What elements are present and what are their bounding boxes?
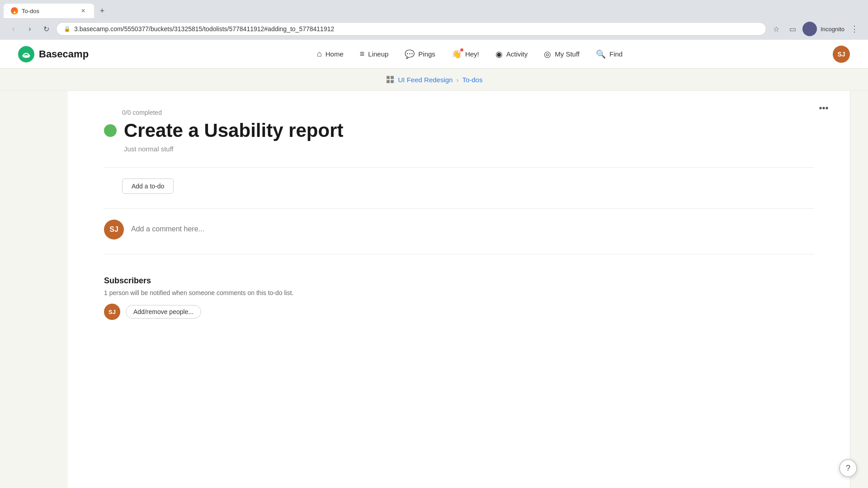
app-container: Basecamp ⌂ Home ≡ Lineup 💬 Pings 👋 bbox=[0, 40, 868, 488]
svg-rect-4 bbox=[387, 80, 390, 83]
basecamp-logo-icon bbox=[18, 46, 34, 62]
status-check-icon bbox=[107, 127, 114, 134]
project-grid-icon bbox=[386, 75, 395, 84]
subscriber-avatar: SJ bbox=[104, 304, 120, 320]
todo-list-title-row: Create a Usability report bbox=[104, 120, 814, 141]
breadcrumb-project-link[interactable]: UI Feed Redesign bbox=[398, 76, 453, 84]
profile-button[interactable] bbox=[802, 22, 817, 36]
incognito-label: Incognito bbox=[821, 26, 844, 33]
completed-count: 0/0 completed bbox=[122, 109, 814, 116]
subscribers-title: Subscribers bbox=[104, 276, 814, 286]
nav-item-find[interactable]: 🔍 Find bbox=[589, 46, 630, 63]
activity-icon: ◉ bbox=[495, 49, 503, 59]
subscribers-section: Subscribers 1 person will be notified wh… bbox=[104, 269, 814, 327]
right-sidebar bbox=[850, 91, 868, 488]
browser-chrome: 🔥 To-dos ✕ + ‹ › ↻ 🔒 3.basecamp.com/5550… bbox=[0, 0, 868, 40]
sidebar-button[interactable]: ▭ bbox=[786, 23, 799, 35]
mystuff-icon: ◎ bbox=[544, 49, 551, 59]
comment-area: SJ bbox=[104, 208, 814, 250]
lock-icon: 🔒 bbox=[64, 26, 71, 32]
nav-label-home: Home bbox=[326, 50, 344, 58]
main-content: ••• 0/0 completed Create a Usability rep… bbox=[68, 91, 850, 488]
page-wrapper: ••• 0/0 completed Create a Usability rep… bbox=[0, 91, 868, 488]
grid-icon bbox=[386, 75, 394, 84]
back-button[interactable]: ‹ bbox=[7, 23, 20, 35]
nav-items: ⌂ Home ≡ Lineup 💬 Pings 👋 Hey! bbox=[107, 46, 833, 63]
nav-label-pings: Pings bbox=[418, 50, 435, 58]
svg-point-1 bbox=[23, 55, 30, 58]
todo-list-header: 0/0 completed Create a Usability report … bbox=[104, 109, 814, 153]
breadcrumb-bar: UI Feed Redesign › To-dos bbox=[0, 69, 868, 91]
tab-favicon-icon: 🔥 bbox=[11, 7, 18, 14]
forward-button[interactable]: › bbox=[24, 23, 36, 35]
url-text: 3.basecamp.com/5550377/buckets/31325815/… bbox=[74, 25, 759, 33]
add-todo-button[interactable]: Add a to-do bbox=[122, 178, 174, 194]
more-options-icon: ••• bbox=[819, 103, 828, 113]
new-tab-button[interactable]: + bbox=[96, 5, 108, 17]
user-avatar[interactable]: SJ bbox=[833, 46, 850, 63]
logo[interactable]: Basecamp bbox=[18, 46, 89, 62]
logo-text: Basecamp bbox=[39, 48, 89, 60]
pings-icon: 💬 bbox=[405, 49, 415, 59]
subscribers-row: SJ Add/remove people... bbox=[104, 304, 814, 320]
help-button[interactable]: ? bbox=[839, 459, 857, 477]
lineup-icon: ≡ bbox=[360, 49, 365, 59]
browser-nav-bar: ‹ › ↻ 🔒 3.basecamp.com/5550377/buckets/3… bbox=[0, 18, 868, 40]
nav-label-mystuff: My Stuff bbox=[555, 50, 580, 58]
nav-item-hey[interactable]: 👋 Hey! bbox=[444, 46, 486, 63]
svg-point-0 bbox=[18, 46, 34, 62]
left-sidebar bbox=[0, 91, 68, 488]
header-divider bbox=[104, 167, 814, 168]
nav-label-activity: Activity bbox=[506, 50, 528, 58]
browser-menu-button[interactable]: ⋮ bbox=[848, 23, 861, 35]
nav-label-lineup: Lineup bbox=[368, 50, 388, 58]
breadcrumb-current-page[interactable]: To-dos bbox=[462, 76, 482, 84]
tab-close-button[interactable]: ✕ bbox=[80, 7, 87, 14]
nav-label-hey: Hey! bbox=[465, 50, 479, 58]
browser-tab-active[interactable]: 🔥 To-dos ✕ bbox=[4, 4, 94, 18]
tab-title: To-dos bbox=[22, 8, 76, 14]
svg-rect-5 bbox=[391, 80, 394, 83]
nav-item-mystuff[interactable]: ◎ My Stuff bbox=[537, 46, 587, 63]
todo-list-title: Create a Usability report bbox=[124, 120, 344, 141]
browser-tab-bar: 🔥 To-dos ✕ + bbox=[0, 0, 868, 18]
svg-point-6 bbox=[107, 127, 113, 134]
breadcrumb-separator: › bbox=[456, 76, 458, 84]
subscribers-description: 1 person will be notified when someone c… bbox=[104, 289, 814, 296]
nav-item-pings[interactable]: 💬 Pings bbox=[397, 46, 443, 63]
address-bar[interactable]: 🔒 3.basecamp.com/5550377/buckets/3132581… bbox=[56, 22, 766, 36]
more-options-button[interactable]: ••• bbox=[816, 100, 832, 116]
todo-list-status-icon bbox=[104, 124, 117, 137]
comment-user-avatar: SJ bbox=[104, 220, 124, 239]
add-remove-people-button[interactable]: Add/remove people... bbox=[126, 305, 201, 319]
svg-rect-2 bbox=[387, 76, 390, 79]
nav-label-find: Find bbox=[609, 50, 623, 58]
find-icon: 🔍 bbox=[596, 49, 606, 59]
bookmark-button[interactable]: ☆ bbox=[770, 23, 783, 35]
refresh-button[interactable]: ↻ bbox=[40, 23, 52, 35]
svg-rect-3 bbox=[391, 76, 394, 79]
top-nav: Basecamp ⌂ Home ≡ Lineup 💬 Pings 👋 bbox=[0, 40, 868, 69]
home-icon: ⌂ bbox=[317, 49, 322, 59]
nav-item-activity[interactable]: ◉ Activity bbox=[488, 46, 535, 63]
bottom-divider bbox=[104, 254, 814, 254]
comment-input[interactable] bbox=[131, 220, 814, 239]
hey-icon: 👋 bbox=[452, 49, 462, 59]
nav-item-home[interactable]: ⌂ Home bbox=[310, 46, 351, 62]
todo-list-description: Just normal stuff bbox=[124, 145, 814, 153]
nav-item-lineup[interactable]: ≡ Lineup bbox=[353, 46, 396, 62]
